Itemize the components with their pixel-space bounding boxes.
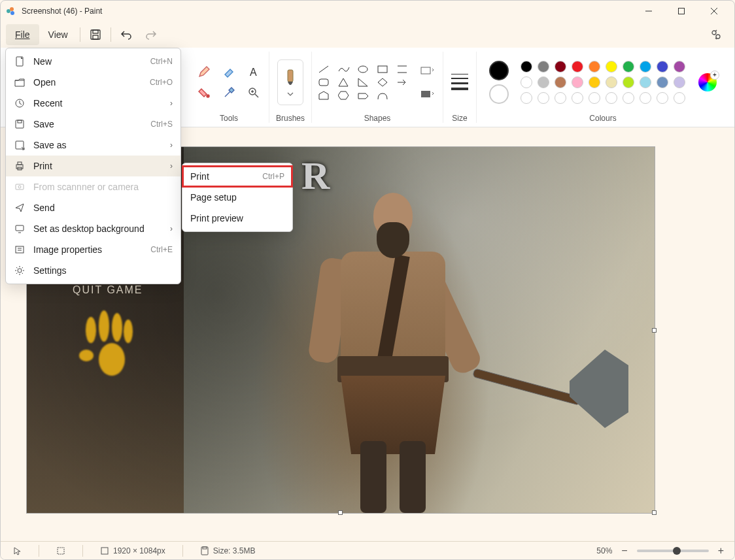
minimize-button[interactable] bbox=[634, 1, 664, 22]
shape-option[interactable] bbox=[338, 91, 350, 100]
magnifier-tool[interactable] bbox=[245, 84, 262, 101]
color-swatch[interactable] bbox=[538, 76, 549, 88]
color-swatch[interactable] bbox=[606, 61, 617, 73]
menu-item-settings[interactable]: Settings bbox=[6, 260, 180, 281]
eraser-tool[interactable] bbox=[220, 63, 237, 80]
menu-item-set-as-desktop-background[interactable]: Set as desktop background› bbox=[6, 218, 180, 239]
undo-button[interactable] bbox=[114, 24, 139, 46]
color-swatch[interactable] bbox=[589, 61, 600, 73]
color-swatch[interactable] bbox=[521, 76, 532, 88]
zoom-out-button[interactable]: − bbox=[617, 545, 631, 557]
picker-tool[interactable] bbox=[220, 84, 237, 101]
shape-option[interactable] bbox=[358, 78, 369, 87]
color-swatch[interactable] bbox=[674, 61, 685, 73]
color-swatch[interactable] bbox=[589, 76, 600, 88]
shape-option[interactable] bbox=[397, 65, 409, 74]
menu-item-save[interactable]: SaveCtrl+S bbox=[6, 114, 180, 135]
shape-option[interactable] bbox=[358, 91, 369, 100]
color-swatch[interactable] bbox=[640, 61, 651, 73]
shape-option[interactable] bbox=[397, 91, 409, 100]
color-swatch[interactable] bbox=[606, 76, 617, 88]
color-swatch[interactable] bbox=[555, 61, 566, 73]
svg-point-46 bbox=[18, 269, 22, 272]
svg-point-11 bbox=[716, 35, 720, 39]
submenu-item-print[interactable]: PrintCtrl+P bbox=[182, 166, 292, 187]
shape-option[interactable] bbox=[318, 91, 330, 100]
menu-item-open[interactable]: OpenCtrl+O bbox=[6, 72, 180, 93]
color-swatch[interactable] bbox=[640, 76, 651, 88]
menu-item-image-properties[interactable]: Image propertiesCtrl+E bbox=[6, 239, 180, 260]
shape-option[interactable] bbox=[338, 65, 350, 74]
color-swatch[interactable] bbox=[657, 76, 668, 88]
color-swatch[interactable] bbox=[623, 92, 634, 104]
svg-rect-47 bbox=[58, 548, 64, 554]
shape-option[interactable] bbox=[377, 91, 389, 100]
edit-colors-button[interactable] bbox=[698, 73, 717, 91]
color-swatch[interactable] bbox=[606, 92, 617, 104]
color-swatch[interactable] bbox=[657, 61, 668, 73]
shape-option[interactable] bbox=[358, 65, 369, 74]
zoom-in-button[interactable]: + bbox=[714, 545, 728, 557]
size-button[interactable] bbox=[450, 63, 470, 102]
color-1[interactable] bbox=[489, 61, 509, 80]
settings-button[interactable] bbox=[703, 23, 729, 46]
shape-option[interactable] bbox=[377, 65, 389, 74]
svg-marker-25 bbox=[378, 78, 387, 86]
color-swatch[interactable] bbox=[657, 92, 668, 104]
shape-option[interactable] bbox=[318, 65, 330, 74]
print-icon bbox=[14, 161, 26, 171]
color-swatch[interactable] bbox=[521, 92, 532, 104]
resize-handle[interactable] bbox=[652, 328, 657, 333]
zoom-slider[interactable] bbox=[637, 550, 709, 552]
colours-group: Colours bbox=[477, 52, 729, 123]
color-2[interactable] bbox=[489, 84, 509, 104]
color-palette[interactable] bbox=[521, 61, 687, 104]
color-swatch[interactable] bbox=[623, 61, 634, 73]
menu-item-recent[interactable]: Recent› bbox=[6, 93, 180, 114]
menu-file[interactable]: File bbox=[6, 24, 39, 45]
scan-icon bbox=[14, 182, 26, 192]
color-swatch[interactable] bbox=[674, 76, 685, 88]
file-size: Size: 3.5MB bbox=[195, 546, 261, 555]
fill-tool[interactable] bbox=[196, 84, 213, 101]
submenu-item-page-setup[interactable]: Page setup bbox=[182, 187, 292, 208]
shapes-gallery[interactable] bbox=[318, 65, 410, 100]
shapes-group: Shapes bbox=[312, 52, 443, 123]
menu-item-print[interactable]: Print› bbox=[6, 156, 180, 176]
resize-handle[interactable] bbox=[338, 510, 343, 515]
color-swatch[interactable] bbox=[623, 76, 634, 88]
color-swatch[interactable] bbox=[589, 92, 600, 104]
text-tool[interactable]: A bbox=[245, 63, 262, 80]
maximize-button[interactable] bbox=[666, 1, 696, 22]
menu-item-new[interactable]: NewCtrl+N bbox=[6, 51, 180, 72]
quick-save-button[interactable] bbox=[83, 24, 108, 46]
shape-option[interactable] bbox=[318, 78, 330, 87]
submenu-item-print-preview[interactable]: Print preview bbox=[182, 208, 292, 229]
resize-handle[interactable] bbox=[652, 510, 657, 515]
color-swatch[interactable] bbox=[572, 76, 583, 88]
color-swatch[interactable] bbox=[538, 61, 549, 73]
color-swatch[interactable] bbox=[538, 92, 549, 104]
svg-rect-41 bbox=[16, 225, 24, 231]
color-swatch[interactable] bbox=[521, 61, 532, 73]
shape-fill-button[interactable] bbox=[419, 86, 436, 103]
color-swatch[interactable] bbox=[572, 92, 583, 104]
color-swatch[interactable] bbox=[640, 92, 651, 104]
shape-option[interactable] bbox=[397, 78, 409, 87]
shape-option[interactable] bbox=[338, 78, 350, 87]
color-swatch[interactable] bbox=[555, 92, 566, 104]
shape-outline-button[interactable] bbox=[419, 62, 436, 79]
shape-option[interactable] bbox=[377, 78, 389, 87]
menu-item-label: Save bbox=[33, 119, 54, 129]
pencil-tool[interactable] bbox=[196, 63, 213, 80]
menu-item-save-as[interactable]: Save as› bbox=[6, 135, 180, 156]
brushes-button[interactable] bbox=[277, 59, 303, 105]
color-swatch[interactable] bbox=[555, 76, 566, 88]
redo-button[interactable] bbox=[139, 24, 163, 46]
close-button[interactable] bbox=[699, 1, 729, 22]
separator bbox=[80, 27, 80, 42]
color-swatch[interactable] bbox=[674, 92, 685, 104]
menu-item-send[interactable]: Send bbox=[6, 197, 180, 218]
menu-view[interactable]: View bbox=[39, 24, 77, 45]
color-swatch[interactable] bbox=[572, 61, 583, 73]
